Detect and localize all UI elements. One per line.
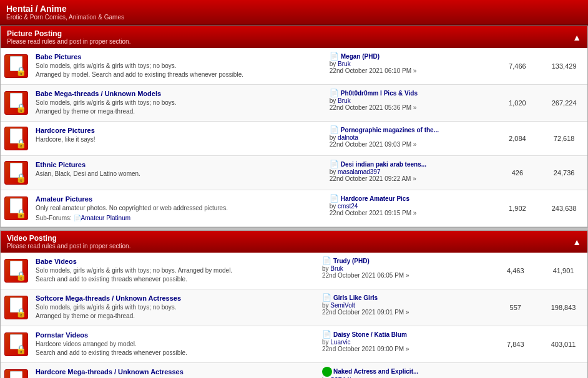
forum-table: Babe Pictures Solo models, girls w/girls… (1, 48, 587, 227)
forum-name-link[interactable]: Babe Mega-threads / Unknown Models (36, 90, 161, 97)
last-post-date: 22nd October 2021 09:15 PM » (330, 210, 489, 216)
forum-description: Solo models, girls w/girls & girls with … (36, 266, 313, 284)
last-post-title-link[interactable]: Megan (PHD) (341, 53, 380, 60)
last-post-title-row: Naked Actress and Explicit... (322, 367, 486, 377)
last-post-title-link[interactable]: Naked Actress and Explicit... (333, 368, 418, 375)
last-post-by: by SemiVolt (322, 302, 486, 309)
forum-table: Babe Videos Solo models, girls w/girls &… (1, 253, 587, 378)
forum-row: Babe Pictures Solo models, girls w/girls… (1, 48, 587, 85)
section-header-video-posting: Video Posting Please read rules and post… (1, 231, 587, 253)
forum-row: Hardcore Pictures Hardcore, like it says… (1, 122, 587, 156)
page-icon (10, 371, 22, 378)
forum-posts-count: 243,638 (541, 190, 587, 227)
forum-icon-cell (1, 156, 32, 190)
forum-last-post-cell: 📄Hardcore Amateur Pics by cmst24 22nd Oc… (325, 190, 494, 227)
forum-name-link[interactable]: Amateur Pictures (36, 195, 92, 203)
last-post-title-link[interactable]: Desi indian paki arab teens... (341, 161, 426, 168)
subforum-icon: 📄 (74, 215, 81, 221)
page-icon (10, 298, 22, 313)
section-title: Picture Posting (7, 29, 130, 38)
forum-info-cell: Ethnic Pictures Asian, Black, Desi and L… (32, 156, 325, 190)
forum-icon (4, 196, 28, 220)
forum-icon (4, 91, 28, 115)
last-post-author-link[interactable]: Bruk (330, 265, 343, 272)
last-post-title-row: 📄Trudy (PHD) (322, 256, 486, 265)
last-post-arrow-icon: » (406, 309, 409, 316)
forum-row: Babe Mega-threads / Unknown Models Solo … (1, 85, 587, 122)
section-video-posting: Video Posting Please read rules and post… (0, 230, 588, 378)
section-subtitle: Please read rules and post in proper sec… (7, 243, 130, 250)
subforum-link[interactable]: Amateur Platinum (81, 215, 130, 221)
forum-posts-count: 688,814 (539, 363, 587, 379)
last-post-by: by masalamad397 (330, 168, 489, 175)
forum-posts-count: 267,224 (541, 85, 587, 122)
forum-threads-count: 557 (491, 289, 539, 326)
last-post-title-link[interactable]: Pornographic magazines of the... (341, 127, 439, 133)
page-icon (10, 261, 22, 276)
page-icon (10, 334, 22, 349)
page-icon (10, 198, 22, 213)
forum-last-post-cell: 📄Trudy (PHD) by Bruk 22nd October 2021 0… (317, 253, 491, 289)
last-post-title-link[interactable]: Hardcore Amateur Pics (341, 195, 409, 202)
forum-info-cell: Hardcore Pictures Hardcore, like it says… (32, 122, 325, 156)
last-post-author-link[interactable]: Luarvic (330, 339, 350, 346)
forum-last-post-cell: 📄Girls Like Girls by SemiVolt 22nd Octob… (317, 289, 491, 326)
last-post-file-icon: 📄 (322, 330, 331, 339)
last-post-file-icon: 📄 (330, 89, 339, 97)
last-post-author-link[interactable]: SemiVolt (330, 302, 355, 309)
forum-info-cell: Amateur Pictures Only real amateur photo… (32, 190, 325, 227)
forum-name-link[interactable]: Babe Pictures (36, 53, 81, 61)
last-post-author-link[interactable]: Bruk (338, 61, 351, 67)
section-header-picture-posting: Picture Posting Please read rules and po… (1, 26, 587, 48)
forum-icon-cell (1, 122, 32, 156)
forum-name-link[interactable]: Pornstar Videos (36, 331, 88, 339)
forum-last-post-cell: Naked Actress and Explicit... by S3R14L … (317, 363, 491, 379)
last-post-by: by Luarvic (322, 339, 486, 346)
last-post-author-link[interactable]: cmst24 (338, 203, 358, 210)
last-post-by: by Bruk (330, 61, 489, 67)
collapse-icon[interactable]: ▲ (572, 237, 581, 247)
last-post-file-icon: 📄 (330, 160, 339, 168)
last-post-title-link[interactable]: Daisy Stone / Katia Blum (333, 331, 407, 338)
forum-name-link[interactable]: Softcore Mega-threads / Unknown Actresse… (36, 294, 181, 302)
forum-info-cell: Babe Mega-threads / Unknown Models Solo … (32, 85, 325, 122)
forum-description: Hardcore, like it says! (36, 135, 321, 144)
forum-icon-cell (1, 85, 32, 122)
forum-posts-count: 41,901 (539, 253, 587, 289)
forum-last-post-cell: 📄Pornographic magazines of the... by dal… (325, 122, 494, 156)
last-post-author-link[interactable]: Bruk (338, 97, 351, 104)
last-post-file-icon: 📄 (330, 125, 339, 134)
last-post-title-link[interactable]: Ph0t0dr0mm l Pics & Vids (341, 90, 418, 97)
last-post-date: 22nd October 2021 05:36 PM » (330, 104, 489, 111)
forum-row: Pornstar Videos Hardcore videos arranged… (1, 326, 587, 363)
last-post-author-link[interactable]: masalamad397 (338, 168, 380, 175)
forum-last-post-cell: 📄Desi indian paki arab teens... by masal… (325, 156, 494, 190)
page-icon (10, 128, 22, 143)
collapse-icon[interactable]: ▲ (572, 32, 581, 42)
last-post-title-row: 📄Girls Like Girls (322, 293, 486, 302)
forum-last-post-cell: 📄Ph0t0dr0mm l Pics & Vids by Bruk 22nd O… (325, 85, 494, 122)
forum-name-link[interactable]: Hardcore Pictures (36, 127, 95, 134)
last-post-by: by dalnota (330, 134, 489, 141)
last-post-title-link[interactable]: Girls Like Girls (333, 294, 378, 301)
forum-name-link[interactable]: Babe Videos (36, 258, 77, 265)
sections-container: Picture Posting Please read rules and po… (0, 26, 588, 378)
forum-name-link[interactable]: Ethnic Pictures (36, 161, 86, 168)
forum-icon (4, 259, 28, 283)
last-post-title-row: 📄Hardcore Amateur Pics (330, 194, 489, 203)
forum-row: Ethnic Pictures Asian, Black, Desi and L… (1, 156, 587, 190)
section-picture-posting: Picture Posting Please read rules and po… (0, 26, 588, 228)
last-post-date: 22nd October 2021 09:03 PM » (330, 141, 489, 148)
last-post-arrow-icon: » (413, 210, 417, 216)
forum-description: Asian, Black, Desi and Latino women. (36, 170, 321, 178)
last-post-title-link[interactable]: Trudy (PHD) (333, 258, 370, 264)
forum-icon-cell (1, 326, 32, 363)
forum-row: Softcore Mega-threads / Unknown Actresse… (1, 289, 587, 326)
forum-description: Solo models, girls w/girls & girls with … (36, 62, 321, 79)
last-post-author-link[interactable]: dalnota (338, 134, 358, 141)
forum-row: Hardcore Mega-threads / Unknown Actresse… (1, 363, 587, 379)
forum-name-link[interactable]: Hardcore Mega-threads / Unknown Actresse… (36, 368, 184, 376)
forum-row: Amateur Pictures Only real amateur photo… (1, 190, 587, 227)
last-post-date: 22nd October 2021 06:10 PM » (330, 67, 489, 74)
site-subtitle: Erotic & Porn Comics, Animation & Games (6, 14, 582, 21)
